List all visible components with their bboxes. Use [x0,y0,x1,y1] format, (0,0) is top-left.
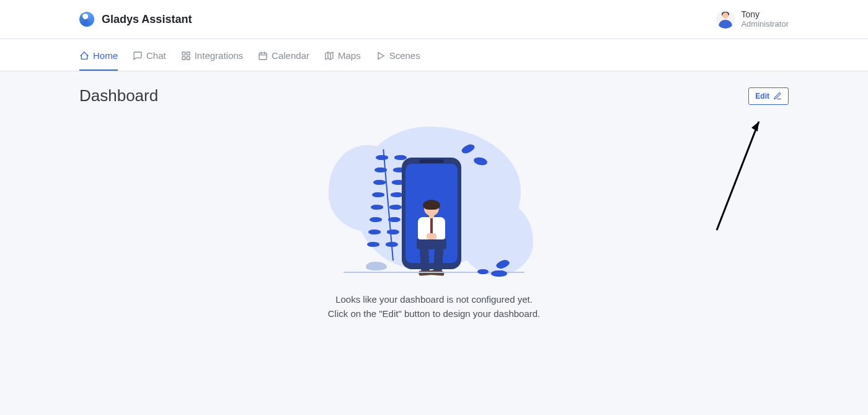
user-name: Tony [741,10,789,19]
brand[interactable]: Gladys Assistant [79,12,192,27]
nav-integrations[interactable]: Integrations [181,43,243,71]
user-role: Administrator [741,20,789,29]
calendar-icon [258,51,268,61]
app-logo-icon [79,12,94,27]
nav-maps-label: Maps [338,50,361,61]
home-icon [79,51,89,61]
svg-marker-6 [378,52,384,59]
svg-rect-2 [182,56,185,60]
edit-button[interactable]: Edit [748,87,789,105]
nav-scenes-label: Scenes [389,50,420,61]
main-nav: Home Chat Integrations Calendar Maps Sce… [0,39,868,71]
svg-marker-5 [326,52,333,60]
grid-icon [181,51,191,61]
page-title: Dashboard [79,86,158,105]
empty-message: Looks like your dashboard is not configu… [328,293,541,321]
nav-integrations-label: Integrations [195,50,243,61]
map-icon [324,51,334,61]
svg-rect-3 [187,56,190,60]
person-icon [407,201,456,275]
nav-scenes[interactable]: Scenes [376,43,420,71]
nav-maps[interactable]: Maps [324,43,361,71]
nav-chat[interactable]: Chat [133,43,166,71]
empty-illustration [335,120,533,282]
brand-name: Gladys Assistant [102,13,192,26]
empty-state: Looks like your dashboard is not configu… [79,120,789,321]
edit-icon [773,92,782,100]
page-header: Dashboard Edit [79,86,789,105]
empty-line-2: Click on the "Edit" button to design you… [328,307,541,321]
nav-calendar-label: Calendar [272,50,309,61]
play-icon [376,51,386,61]
user-info: Tony Administrator [741,10,789,29]
svg-rect-1 [187,52,190,55]
svg-rect-4 [259,53,267,60]
svg-rect-0 [182,52,185,55]
nav-home-label: Home [93,50,118,61]
top-bar: Gladys Assistant Tony Administrator [0,0,868,39]
nav-home[interactable]: Home [79,43,118,71]
empty-line-1: Looks like your dashboard is not configu… [328,293,541,307]
user-avatar-icon [716,10,735,29]
user-menu[interactable]: Tony Administrator [716,10,789,29]
edit-button-label: Edit [755,92,769,100]
nav-calendar[interactable]: Calendar [258,43,309,71]
page-content: Dashboard Edit [0,71,868,336]
chat-icon [133,51,143,61]
nav-chat-label: Chat [146,50,166,61]
